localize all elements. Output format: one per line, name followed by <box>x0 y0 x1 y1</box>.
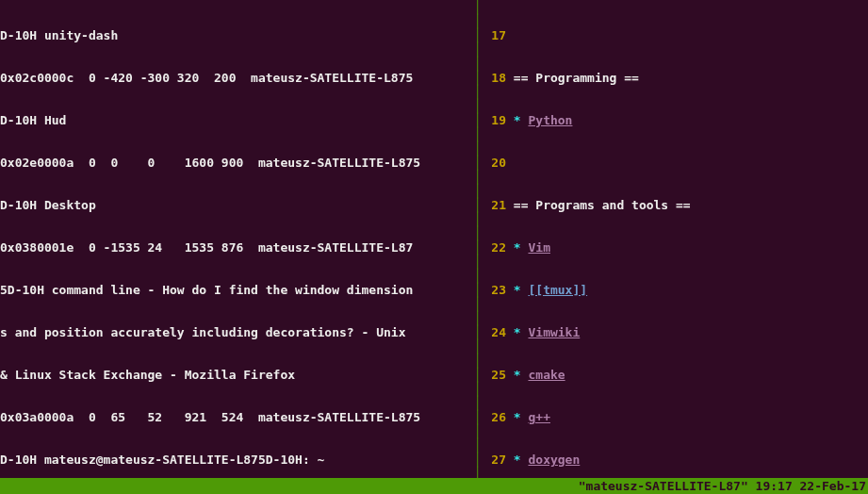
terminal-output-line: 0x0380001e 0 -1535 24 1535 876 mateusz-S… <box>0 240 474 255</box>
vim-line: 22 * Vim <box>483 240 868 255</box>
tmux-screen: D-10H unity-dash 0x02c0000c 0 -420 -300 … <box>0 0 868 494</box>
terminal-output-line: D-10H Hud <box>0 113 474 127</box>
vim-line: 20 <box>483 156 868 170</box>
wiki-link-gpp[interactable]: g++ <box>528 410 549 424</box>
tmux-status-bar[interactable]: [0] 0:bash* 1:devel 2:ros 3:Px4- "mateus… <box>0 478 868 494</box>
terminal-output-line: D-10H mateusz@mateusz-SATELLITE-L875D-10… <box>0 453 474 467</box>
terminal-output-line: s and position accurately including deco… <box>0 325 474 339</box>
vim-line: 23 * [[tmux]] <box>483 283 868 297</box>
pane-divider: │ │ │ │ │ │ │ │ │ │ │ │ │ │ │ │ │ │ │ │ … <box>474 0 483 478</box>
vim-line: 24 * Vimwiki <box>483 325 868 339</box>
terminal-output-line: 0x03a0000a 0 65 52 921 524 mateusz-SATEL… <box>0 410 474 424</box>
wiki-link-vim[interactable]: Vim <box>528 240 549 255</box>
terminal-output-line: D-10H Desktop <box>0 198 474 212</box>
vim-line: 18 == Programming == <box>483 71 868 85</box>
vim-line: 27 * doxygen <box>483 453 868 467</box>
vim-line: 21 == Programs and tools == <box>483 198 868 212</box>
wiki-link-python[interactable]: Python <box>528 113 572 127</box>
terminal-output-line: D-10H unity-dash <box>0 28 474 42</box>
vim-line: 17 <box>483 28 868 42</box>
terminal-output-line: 0x02e0000a 0 0 0 1600 900 mateusz-SATELL… <box>0 156 474 170</box>
vim-line: 19 * Python <box>483 113 868 127</box>
wiki-link-tmux[interactable]: [[tmux]] <box>528 283 587 297</box>
wiki-link-cmake[interactable]: cmake <box>528 368 565 382</box>
terminal-output-line: & Linux Stack Exchange - Mozilla Firefox <box>0 368 474 382</box>
wiki-link-doxygen[interactable]: doxygen <box>528 453 580 467</box>
vim-line: 26 * g++ <box>483 410 868 424</box>
right-pane[interactable]: 17 18 == Programming == 19 * Python 20 2… <box>483 0 868 478</box>
vim-line: 25 * cmake <box>483 368 868 382</box>
wiki-link-vimwiki[interactable]: Vimwiki <box>528 325 580 339</box>
terminal-output-line: 0x02c0000c 0 -420 -300 320 200 mateusz-S… <box>0 71 474 85</box>
tmux-status-right: "mateusz-SATELLITE-L87" 19:17 22-Feb-17 <box>579 478 866 494</box>
terminal-output-line: 5D-10H command line - How do I find the … <box>0 283 474 297</box>
left-pane[interactable]: D-10H unity-dash 0x02c0000c 0 -420 -300 … <box>0 0 474 478</box>
